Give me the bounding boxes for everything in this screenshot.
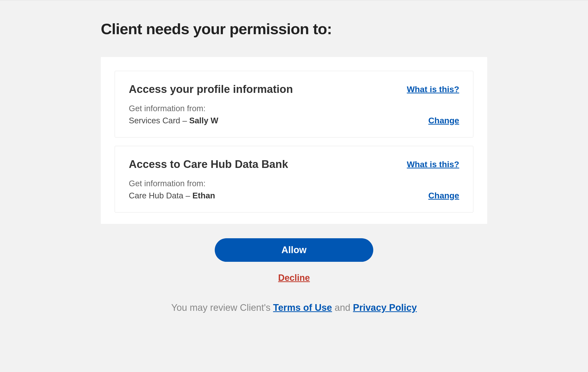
info-from-label: Get information from: xyxy=(129,179,459,188)
permission-header: Access your profile information What is … xyxy=(129,83,459,95)
permission-title: Access to Care Hub Data Bank xyxy=(129,158,288,170)
allow-button[interactable]: Allow xyxy=(215,238,373,262)
permissions-card: Access your profile information What is … xyxy=(101,57,487,224)
decline-link[interactable]: Decline xyxy=(278,273,310,283)
footer-and: and xyxy=(332,302,353,313)
source-name: Ethan xyxy=(192,191,215,200)
permission-header: Access to Care Hub Data Bank What is thi… xyxy=(129,158,459,170)
permission-title: Access your profile information xyxy=(129,83,293,95)
source-prefix: Care Hub Data – xyxy=(129,191,192,200)
page-title: Client needs your permission to: xyxy=(101,20,487,38)
info-source: Care Hub Data – Ethan xyxy=(129,191,215,200)
change-link[interactable]: Change xyxy=(428,191,459,200)
info-from-label: Get information from: xyxy=(129,104,459,113)
source-prefix: Services Card – xyxy=(129,116,189,125)
source-name: Sally W xyxy=(189,116,218,125)
consent-container: Client needs your permission to: Access … xyxy=(101,20,487,313)
info-source: Services Card – Sally W xyxy=(129,116,218,125)
info-row: Services Card – Sally W Change xyxy=(129,116,459,125)
change-link[interactable]: Change xyxy=(428,116,459,125)
privacy-policy-link[interactable]: Privacy Policy xyxy=(353,302,417,313)
terms-of-use-link[interactable]: Terms of Use xyxy=(273,302,332,313)
action-area: Allow Decline You may review Client's Te… xyxy=(101,238,487,313)
what-is-this-link[interactable]: What is this? xyxy=(407,84,459,94)
what-is-this-link[interactable]: What is this? xyxy=(407,159,459,169)
footer-text: You may review Client's Terms of Use and… xyxy=(101,302,487,313)
info-row: Care Hub Data – Ethan Change xyxy=(129,191,459,200)
footer-prefix: You may review Client's xyxy=(171,302,273,313)
permission-profile-info: Access your profile information What is … xyxy=(115,71,473,137)
permission-care-hub: Access to Care Hub Data Bank What is thi… xyxy=(115,146,473,213)
